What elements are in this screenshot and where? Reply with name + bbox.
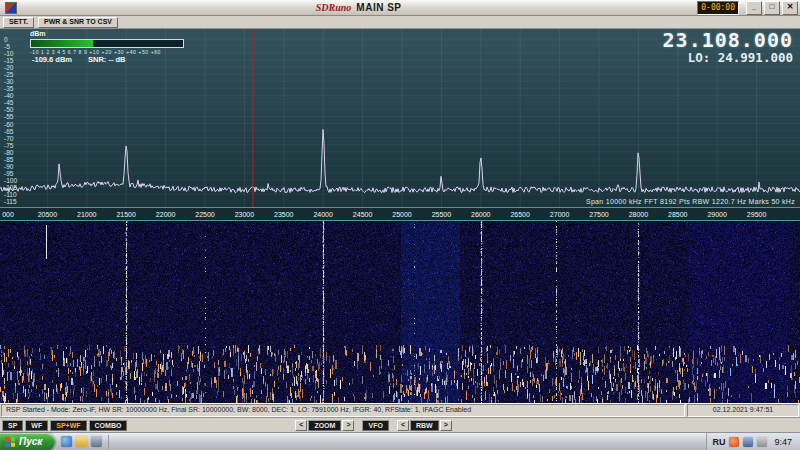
window-title: SDRunoMAIN SP (20, 0, 697, 15)
rbw-label-button[interactable]: RBW (410, 420, 439, 431)
start-button[interactable]: Пуск (0, 433, 55, 450)
sp-wf-view-button[interactable]: SP+WF (50, 420, 86, 431)
quick-launch (55, 435, 109, 449)
zoom-in-button[interactable]: > (342, 420, 354, 431)
waterfall-display[interactable] (0, 221, 800, 403)
toolbar: SETT. PWR & SNR TO CSV (0, 16, 800, 29)
app-icon (5, 2, 17, 14)
app-name: SDRuno (316, 2, 352, 13)
folder-icon[interactable] (76, 436, 87, 447)
zoom-control: < ZOOM > (295, 420, 354, 431)
tray-app-icon[interactable] (729, 437, 739, 447)
windows-logo-icon (5, 436, 15, 447)
rbw-down-button[interactable]: < (397, 420, 409, 431)
maximize-button[interactable]: □ (764, 1, 780, 15)
rbw-control: < RBW > (397, 420, 452, 431)
show-desktop-icon[interactable] (91, 436, 102, 447)
status-bar: RSP Started - Mode: Zero-IF, HW SR: 1000… (0, 403, 800, 417)
sp-view-button[interactable]: SP (2, 420, 23, 431)
control-bar: SP WF SP+WF COMBO < ZOOM > VFO < RBW > (0, 417, 800, 432)
tray-volume-icon[interactable] (757, 437, 767, 447)
status-message: RSP Started - Mode: Zero-IF, HW SR: 1000… (1, 404, 685, 417)
taskbar-clock[interactable]: 9:47 (771, 437, 795, 447)
tray-network-icon[interactable] (743, 437, 753, 447)
window-name: MAIN SP (356, 2, 401, 13)
status-datetime: 02.12.2021 9:47:51 (687, 404, 799, 417)
zoom-out-button[interactable]: < (295, 420, 307, 431)
wf-view-button[interactable]: WF (25, 420, 48, 431)
spectrum-panel[interactable]: 0-5-10-15-20-25-30-35-40-45-50-55-60-65-… (0, 29, 800, 207)
start-label: Пуск (19, 436, 42, 447)
language-indicator[interactable]: RU (712, 437, 725, 447)
combo-view-button[interactable]: COMBO (89, 420, 128, 431)
vfo-button[interactable]: VFO (362, 420, 388, 431)
minimize-button[interactable]: _ (746, 1, 762, 15)
spectrum-plot[interactable] (0, 29, 800, 207)
record-timer: 0-00:00 (697, 1, 739, 15)
csv-export-button[interactable]: PWR & SNR TO CSV (38, 17, 118, 28)
zoom-label-button[interactable]: ZOOM (308, 420, 341, 431)
close-button[interactable]: ✕ (782, 1, 798, 15)
titlebar[interactable]: SDRunoMAIN SP 0-00:00 _ □ ✕ (0, 0, 800, 16)
browser-icon[interactable] (61, 436, 72, 447)
sdruno-main-window: SDRunoMAIN SP 0-00:00 _ □ ✕ SETT. PWR & … (0, 0, 800, 450)
windows-taskbar: Пуск RU 9:47 (0, 432, 800, 450)
frequency-axis: 0002050021000215002200022500230002350024… (0, 207, 800, 221)
settings-button[interactable]: SETT. (3, 17, 34, 28)
system-tray: RU 9:47 (706, 433, 800, 450)
rbw-up-button[interactable]: > (440, 420, 452, 431)
